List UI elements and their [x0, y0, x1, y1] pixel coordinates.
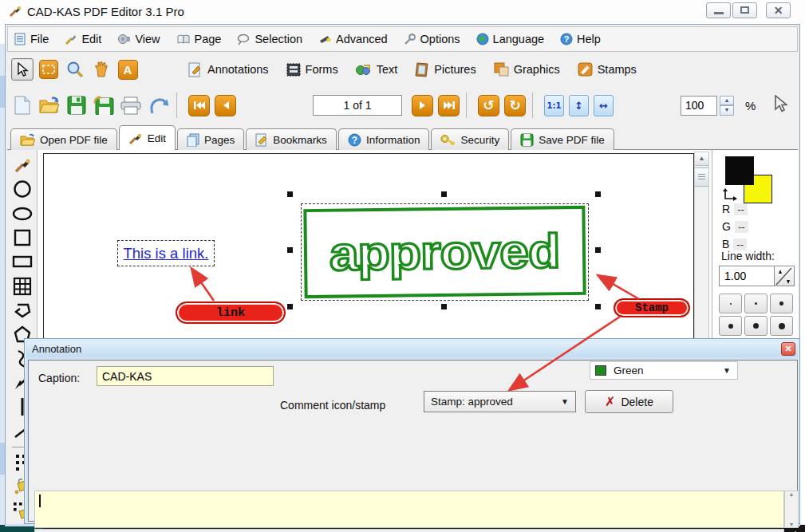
pdf-link-text[interactable]: This is a link. [124, 245, 209, 262]
annotations-label: Annotations [207, 63, 269, 76]
zoom-actual-size-button[interactable]: 1:1 [544, 95, 564, 116]
chevron-down-icon: ▼ [561, 397, 569, 406]
forms-button[interactable]: Forms [286, 63, 338, 77]
approved-stamp[interactable]: approved [303, 206, 586, 298]
point-size-6-button[interactable] [770, 316, 793, 336]
menu-language[interactable]: Language [476, 33, 545, 45]
line-width-input[interactable] [719, 266, 775, 286]
menu-selection[interactable]: Selection [237, 33, 302, 45]
menu-help[interactable]: ? Help [560, 33, 601, 45]
save-as-button[interactable] [92, 93, 116, 117]
tab-security[interactable]: Security [431, 128, 509, 150]
tab-information-label: Information [366, 134, 420, 146]
undo-history-button[interactable] [146, 93, 170, 117]
menu-view[interactable]: View [117, 33, 160, 45]
tab-open-pdf-file[interactable]: Open PDF file [10, 128, 117, 150]
minimize-button[interactable] [706, 2, 731, 18]
square-tool[interactable] [10, 226, 34, 250]
page-menu-icon [176, 33, 191, 45]
last-page-button[interactable] [438, 95, 460, 116]
menu-file[interactable]: File [14, 33, 49, 45]
zoom-down-icon[interactable]: ▼ [720, 105, 734, 116]
print-button[interactable] [119, 93, 143, 117]
svg-text:?: ? [564, 34, 570, 44]
pictures-button[interactable]: Pictures [415, 62, 476, 77]
foreground-color-swatch[interactable] [725, 156, 754, 185]
hand-icon [93, 61, 109, 78]
page-indicator[interactable]: 1 of 1 [313, 95, 402, 116]
next-page-button[interactable] [412, 95, 433, 116]
pointer-tool-button[interactable] [11, 58, 34, 81]
point-size-1-button[interactable] [719, 294, 742, 313]
pan-tool-button[interactable] [90, 58, 112, 81]
ellipse-tool[interactable] [10, 202, 34, 226]
selection-handle-s[interactable] [441, 304, 447, 309]
tab-information[interactable]: ? Information [338, 128, 430, 150]
point-size-3-button[interactable] [770, 294, 793, 313]
tab-bookmarks[interactable]: Bookmarks [246, 128, 337, 150]
menu-edit[interactable]: Edit [65, 33, 101, 45]
prev-page-button[interactable] [215, 95, 236, 116]
new-file-button[interactable] [10, 93, 34, 117]
dot-icon [779, 323, 785, 329]
line-width-spinner[interactable] [775, 266, 795, 286]
brush-tool[interactable] [10, 153, 34, 177]
line-width-control [719, 266, 795, 286]
tab-edit[interactable]: Edit [119, 125, 176, 150]
note-horizontal-scrollbar[interactable]: ◀▶ [34, 529, 784, 532]
annotation-close-button[interactable]: ✕ [781, 342, 795, 356]
maximize-button[interactable] [732, 2, 757, 18]
menu-advanced[interactable]: Advanced [318, 33, 388, 45]
selection-handle-n[interactable] [441, 191, 447, 197]
scrollbar-thumb[interactable] [695, 167, 708, 187]
zoom-input[interactable] [681, 96, 717, 116]
text-mode-button[interactable]: Text [356, 63, 398, 76]
caption-input[interactable] [97, 366, 274, 386]
first-page-button[interactable] [188, 95, 210, 116]
fit-width-button[interactable]: ↔ [594, 95, 614, 116]
rotate-right-button[interactable]: ↻ [504, 95, 526, 116]
rotate-left-button[interactable]: ↺ [478, 95, 499, 116]
polyline-tool[interactable] [10, 298, 34, 322]
selection-handle-ne[interactable] [595, 191, 601, 197]
selection-handle-e[interactable] [595, 247, 601, 253]
selection-handle-sw[interactable] [287, 304, 293, 309]
selection-handle-w[interactable] [287, 247, 293, 253]
selection-handle-nw[interactable] [287, 191, 293, 197]
note-vertical-scrollbar[interactable]: ▲▼ [784, 491, 799, 528]
scroll-up-icon[interactable]: ▲ [695, 152, 708, 166]
point-size-4-button[interactable] [719, 316, 742, 336]
annotation-panel-header[interactable]: Annotation [26, 341, 798, 357]
zoom-up-icon[interactable]: ▲ [720, 96, 734, 106]
text-tool-button[interactable]: A [116, 58, 139, 81]
selection-handle-se[interactable] [595, 304, 601, 309]
menu-file-label: File [30, 33, 49, 45]
stamps-button[interactable]: Stamps [578, 62, 637, 77]
table-tool[interactable] [10, 274, 34, 298]
tab-open-label: Open PDF file [40, 134, 108, 146]
tab-save-pdf-file[interactable]: Save PDF file [511, 128, 614, 150]
select-rectangle-button[interactable] [37, 58, 60, 81]
fit-height-button[interactable]: ↕ [569, 95, 589, 116]
menu-options[interactable]: Options [404, 33, 460, 45]
point-size-5-button[interactable] [744, 316, 768, 336]
tab-bar: Open PDF file Edit Pages Bookmarks ? Inf… [7, 125, 798, 150]
circle-tool[interactable] [10, 177, 34, 201]
point-size-2-button[interactable] [744, 294, 768, 313]
delete-button[interactable]: ✗ Delete [585, 390, 673, 413]
stamp-type-dropdown[interactable]: Stamp: approved ▼ [424, 391, 576, 412]
annotations-button[interactable]: Annotations [188, 62, 269, 77]
zoom-tool-button[interactable] [64, 58, 86, 81]
graphics-button[interactable]: Graphics [494, 62, 560, 77]
pictures-icon [415, 62, 429, 77]
annotation-note-textarea[interactable] [34, 491, 784, 528]
save-button[interactable] [65, 93, 89, 117]
color-dropdown[interactable]: Green ▼ [590, 361, 738, 380]
tab-pages[interactable]: Pages [177, 128, 244, 150]
zoom-spinner[interactable]: ▲ ▼ [720, 96, 734, 116]
menu-page[interactable]: Page [176, 33, 222, 45]
rectangle-tool[interactable] [10, 250, 34, 274]
swap-colors-icon[interactable] [722, 187, 738, 203]
close-button[interactable]: ✕ [766, 2, 791, 18]
open-file-button[interactable] [37, 93, 61, 117]
